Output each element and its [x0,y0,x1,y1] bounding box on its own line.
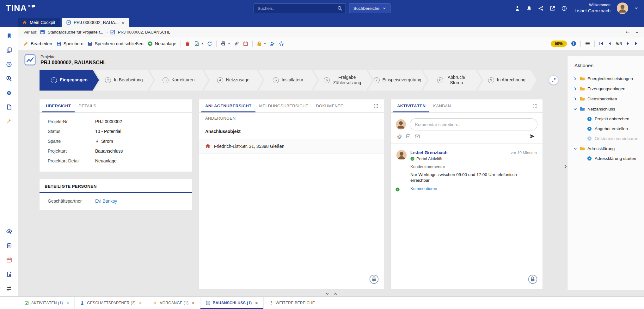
tab-mein-cockpit[interactable]: Mein Cockpit [18,18,60,27]
new-record-button[interactable]: Neuanlage [148,41,176,46]
help-button[interactable] [561,6,567,11]
share-button[interactable] [538,6,543,11]
email-button[interactable] [415,134,420,139]
tools-button[interactable] [5,117,13,125]
action-projekt-abbrechen[interactable]: Projekt abbrechen [573,114,641,124]
previous-record-button[interactable] [608,41,612,46]
tab-dokumente[interactable]: DOKUMENTE [312,99,347,112]
tab-anlagenuebersicht[interactable]: ANLAGENÜBERSICHT [201,99,255,112]
stage-bar-expand-button[interactable] [549,75,558,85]
tab-prj-0000002[interactable]: PRJ 0000002, BAUA... × [62,18,129,27]
favorite-button[interactable] [279,41,284,46]
stage-freigabe-zaehlersetzung[interactable]: 6Freigabe Zählersetzung [313,70,372,91]
stage-in-bearbeitung[interactable]: 2In Bearbeitung [94,70,154,91]
assign-person-button[interactable] [270,41,275,46]
history-back-button[interactable] [625,30,630,35]
first-record-button[interactable] [599,41,604,46]
action-group-netzanschluss[interactable]: Netzanschluss [573,104,641,114]
open-external-button[interactable] [550,6,555,11]
record-info-button[interactable] [571,41,576,46]
more-areas-button[interactable]: WEITERE BEREICHE [264,297,321,309]
attachments-button[interactable] [234,41,239,46]
action-group-erzeugungsanlagen[interactable]: Erzeugungsanlagen [573,84,641,94]
tab-meldungsuebersicht[interactable]: MELDUNGSÜBERSICHT [255,99,312,112]
progress-badge[interactable]: 50% [551,41,567,47]
history-dropdown-button[interactable] [635,30,639,34]
task-button[interactable] [406,134,411,139]
edit-button[interactable]: Bearbeiten [23,41,52,46]
copy-pages-button[interactable] [5,46,13,54]
search-icon[interactable] [337,6,342,11]
menu-button[interactable] [585,41,590,46]
user-menu-button[interactable] [635,6,638,10]
comment-input[interactable] [410,118,537,130]
app-logo[interactable]: TINA® [6,3,36,13]
bottom-tab-geschaeftspartner[interactable]: GESCHÄFTSPARTNER (2) × [75,297,147,309]
action-group-adressklaerung[interactable]: Adressklärung [573,143,641,154]
transfer-button[interactable] [5,284,13,293]
action-group-dienstbarkeiten[interactable]: Dienstbarkeiten [573,94,641,104]
action-adressklaerung-starten[interactable]: Adressklärung starten [573,154,641,163]
action-angebot-erstellen[interactable]: Angebot erstellen [573,124,641,134]
lock-button[interactable]: ▾ [257,41,266,46]
history-button[interactable] [5,60,13,68]
settings-button[interactable] [5,89,13,97]
breadcrumb-item-search[interactable]: Standardsuche für Projekte f... [48,30,103,35]
print-button[interactable]: ▾ [221,41,230,46]
search-areas-button[interactable]: Suchbereiche [349,3,391,13]
panel-lock-button[interactable] [369,274,379,285]
stage-installateur[interactable]: 5Installateur [258,70,318,91]
document-settings-button[interactable] [5,270,13,278]
stage-eingegangen[interactable]: 1Eingegangen [40,70,99,91]
stage-in-abrechnung[interactable]: 9In Abrechnung [477,70,537,91]
bottom-tab-aktivitaeten[interactable]: AKTIVITÄTEN (1) × [19,297,75,309]
expand-up-button[interactable] [333,292,338,296]
bottom-tab-bauanschluss[interactable]: BAUANSCHLUSS (1) × [200,297,264,309]
save-button[interactable]: Speichern [56,41,83,46]
breadcrumb-item-project[interactable]: PRJ 0000002, BAUANSCHL [118,30,170,35]
comment-link[interactable]: Kommentieren [410,186,537,191]
close-icon[interactable]: × [121,20,124,25]
tab-aenderungen[interactable]: ÄNDERUNGEN [205,116,236,122]
actions-collapse-button[interactable] [563,164,568,169]
refresh-button[interactable] [207,41,212,46]
send-comment-button[interactable] [530,134,535,139]
stage-abbruch-storno[interactable]: 8Abbruch/ Storno [422,70,482,91]
notifications-button[interactable] [526,6,532,11]
stage-netzzusage[interactable]: 4Netzzusage [204,70,263,91]
tab-details[interactable]: DETAILS [75,99,100,112]
tasks-button[interactable] [5,242,13,250]
user-avatar[interactable] [617,3,628,14]
close-icon[interactable]: × [139,301,142,305]
stage-einspeiseverguetung[interactable]: 7Einspeisevergütung [368,70,427,91]
search-persons-button[interactable] [5,74,13,83]
calendar-button[interactable] [5,256,13,264]
bookmarks-button[interactable] [5,32,13,40]
search-input[interactable] [257,6,335,11]
panel-lock-button[interactable] [528,274,537,285]
close-icon[interactable]: × [255,301,258,305]
bottom-tab-vorgaenge[interactable]: VORGÄNGE (1) × [147,297,200,309]
documents-button[interactable] [5,103,13,111]
close-icon[interactable]: × [66,301,69,305]
tab-aktivitaeten[interactable]: AKTIVITÄTEN [393,99,429,112]
mention-button[interactable]: @ [397,134,402,139]
delete-button[interactable] [185,41,190,46]
partner-link[interactable]: Evi Banksy [95,199,117,204]
new-related-button[interactable]: ▾ [194,41,203,46]
appointments-button[interactable] [243,41,248,46]
save-close-button[interactable]: Speichern und schließen [88,41,144,46]
collapse-down-button[interactable] [325,292,329,296]
activity-author-link[interactable]: Lisbet Grenzbach [410,150,447,155]
close-icon[interactable]: × [192,301,194,305]
last-record-button[interactable] [634,41,639,46]
panel-expand-button[interactable] [529,104,540,108]
tab-kanban[interactable]: KANBAN [429,99,455,112]
next-record-button[interactable] [626,41,630,46]
action-group-energiedienstleistungen[interactable]: Energiedienstleistungen [573,73,641,84]
panel-expand-button[interactable] [371,104,381,108]
persons-button[interactable] [515,6,520,11]
anschlussobjekt-row[interactable]: Friedrich-List-Str. 31, 35398 Gießen [199,139,384,154]
watchlist-button[interactable] [5,227,13,236]
stage-korrekturen[interactable]: 3Korrekturen [149,70,208,91]
